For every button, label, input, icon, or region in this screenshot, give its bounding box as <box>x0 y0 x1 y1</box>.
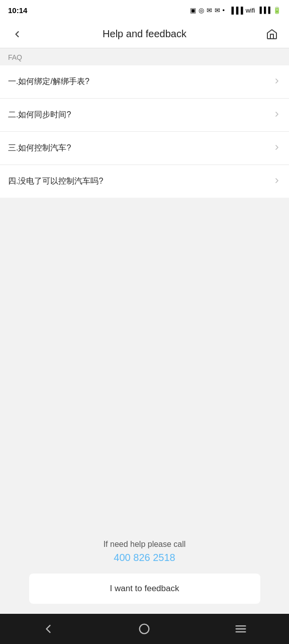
faq-text-1: 一.如何绑定/解绑手表? <box>8 76 89 87</box>
chevron-right-icon-1 <box>273 77 281 87</box>
battery-icon: 🔋 <box>273 7 281 14</box>
nav-back-button[interactable] <box>36 616 61 641</box>
faq-text-2: 二.如何同步时间? <box>8 110 71 120</box>
faq-section-label: FAQ <box>0 48 289 65</box>
phone-link[interactable]: 400 826 2518 <box>114 552 175 564</box>
chevron-right-icon-4 <box>273 177 281 187</box>
bottom-section: If need help please call 400 826 2518 I … <box>0 525 289 614</box>
page-title: Help and feedback <box>103 28 186 40</box>
svg-point-0 <box>140 624 149 634</box>
content-spacer <box>0 198 289 525</box>
faq-item-4[interactable]: 四.没电了可以控制汽车吗? <box>0 165 289 198</box>
nav-menu-button[interactable] <box>228 616 253 641</box>
faq-item-1[interactable]: 一.如何绑定/解绑手表? <box>0 65 289 99</box>
vibrate-icon: ▣ <box>190 7 196 14</box>
faq-text-3: 三.如何控制汽车? <box>8 143 71 153</box>
faq-list: 一.如何绑定/解绑手表? 二.如何同步时间? 三.如何控制汽车? 四.没电了可以… <box>0 65 289 198</box>
network-icon: ▐▐▐ <box>257 7 270 14</box>
faq-text-4: 四.没电了可以控制汽车吗? <box>8 176 103 187</box>
chevron-right-icon-2 <box>273 110 281 120</box>
status-bar: 10:14 ▣ ◎ ✉ ✉ • ▐▐▐ wifi ▐▐▐ 🔋 <box>0 0 289 20</box>
status-icons: ▣ ◎ ✉ ✉ • ▐▐▐ wifi ▐▐▐ 🔋 <box>190 7 281 14</box>
home-button[interactable] <box>263 25 281 43</box>
mail-icon: ✉ <box>207 7 212 14</box>
faq-item-2[interactable]: 二.如何同步时间? <box>0 99 289 132</box>
mail2-icon: ✉ <box>215 7 220 14</box>
help-text: If need help please call <box>104 540 186 549</box>
bottom-navigation <box>0 614 289 644</box>
wifi-icon: wifi <box>246 7 255 14</box>
feedback-button[interactable]: I want to feedback <box>29 574 260 604</box>
back-button[interactable] <box>8 25 26 43</box>
status-time: 10:14 <box>8 6 27 15</box>
dot-icon: • <box>223 7 225 14</box>
signal-icon: ▐▐▐ <box>229 7 243 14</box>
header: Help and feedback <box>0 20 289 48</box>
compass-icon: ◎ <box>199 7 204 14</box>
chevron-right-icon-3 <box>273 143 281 153</box>
nav-home-button[interactable] <box>132 616 157 641</box>
faq-item-3[interactable]: 三.如何控制汽车? <box>0 132 289 165</box>
